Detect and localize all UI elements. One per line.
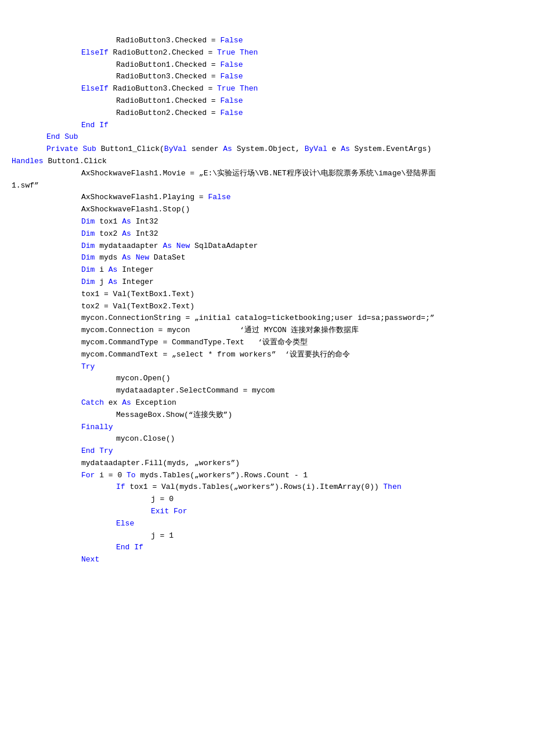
line-35: mydataadapter.Fill(myds, „workers”) xyxy=(12,458,522,470)
line-30: Catch ex As Exception xyxy=(12,397,522,409)
line-26: mycom.CommandText = „select * from worke… xyxy=(12,349,522,361)
line-41: j = 1 xyxy=(12,530,522,542)
line-33: mycon.Close() xyxy=(12,433,522,445)
line-9: Private Sub Button1_Click(ByVal sender A… xyxy=(12,143,522,156)
line-32: Finally xyxy=(12,422,522,434)
line-17: Dim mydataadapter As New SqlDataAdapter xyxy=(12,240,522,253)
line-24: mycom.Connection = mycon ‘通过 MYCON 连接对象操… xyxy=(12,325,522,337)
line-40: Else xyxy=(12,518,522,530)
line-34: End Try xyxy=(12,445,522,458)
line-18: Dim myds As New DataSet xyxy=(12,252,522,264)
line-23: mycon.ConnectionString = „initial catalo… xyxy=(12,312,522,325)
line-4: ElseIf RadioButton3.Checked = True Then xyxy=(12,83,522,95)
line-20: Dim j As Integer xyxy=(12,276,522,289)
line-29: mydataadapter.SelectCommand = mycom xyxy=(12,385,522,397)
line-39: Exit For xyxy=(12,506,522,518)
line-21: tox1 = Val(TextBox1.Text) xyxy=(12,289,522,301)
line-38: j = 0 xyxy=(12,494,522,506)
line-11: AxShockwaveFlash1.Movie = „E:\实验运行场\VB.N… xyxy=(12,168,522,180)
line-36: For i = 0 To myds.Tables(„workers”).Rows… xyxy=(12,470,522,482)
line-28: mycon.Open() xyxy=(12,373,522,385)
line-5: RadioButton1.Checked = False xyxy=(12,95,522,107)
line-6: RadioButton2.Checked = False xyxy=(12,107,522,120)
line-42: End If xyxy=(12,542,522,554)
line-25: mycom.CommandType = CommandType.Text ‘设置… xyxy=(12,337,522,349)
line-15: Dim tox1 As Int32 xyxy=(12,216,522,228)
line-37: If tox1 = Val(myds.Tables(„workers”).Row… xyxy=(12,481,522,494)
code-block: RadioButton3.Checked = FalseElseIf Radio… xyxy=(0,35,534,566)
line-22: tox2 = Val(TextBox2.Text) xyxy=(12,301,522,313)
line-1: ElseIf RadioButton2.Checked = True Then xyxy=(12,47,522,59)
line-14: AxShockwaveFlash1.Stop() xyxy=(12,204,522,216)
line-2: RadioButton1.Checked = False xyxy=(12,59,522,71)
line-8: End Sub xyxy=(12,131,522,143)
line-19: Dim i As Integer xyxy=(12,264,522,276)
line-7: End If xyxy=(12,120,522,132)
line-31: MessageBox.Show(“连接失败”) xyxy=(12,409,522,422)
line-43: Next xyxy=(12,554,522,566)
line-27: Try xyxy=(12,361,522,373)
line-12: 1.swf” xyxy=(12,180,522,192)
line-10: Handles Button1.Click xyxy=(12,156,522,168)
line-3: RadioButton3.Checked = False xyxy=(12,71,522,83)
line-16: Dim tox2 As Int32 xyxy=(12,228,522,240)
line-13: AxShockwaveFlash1.Playing = False xyxy=(12,192,522,204)
line-0: RadioButton3.Checked = False xyxy=(12,35,522,47)
